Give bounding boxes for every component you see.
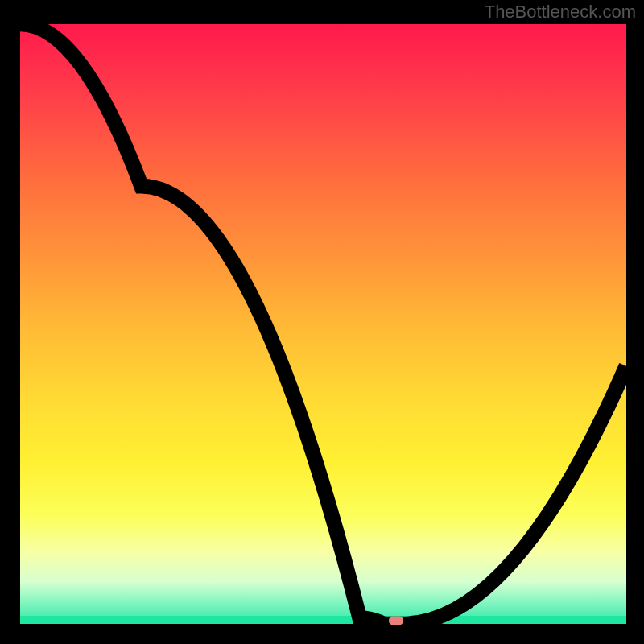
chart-frame: TheBottleneck.com [0, 0, 644, 644]
optimal-point-marker [389, 617, 403, 625]
plot-area [20, 24, 626, 624]
curve-path [20, 24, 626, 624]
watermark-text: TheBottleneck.com [485, 2, 636, 23]
bottleneck-curve [20, 24, 626, 624]
